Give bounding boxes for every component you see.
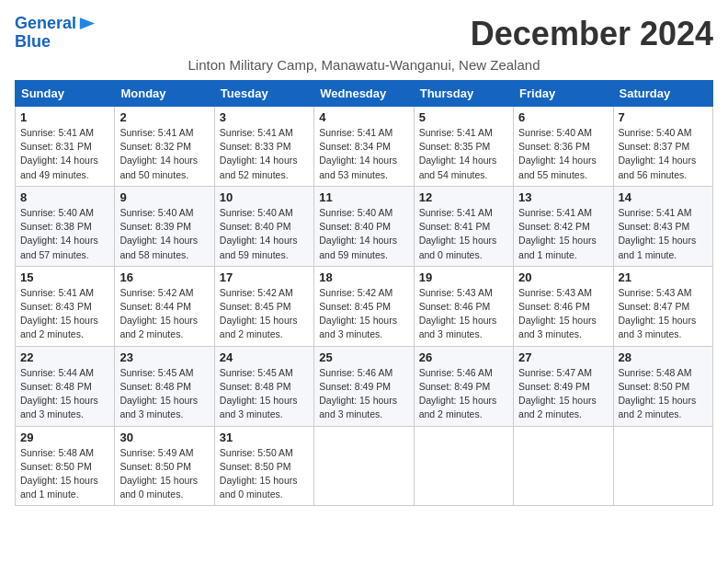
calendar-day-header: Monday bbox=[115, 81, 214, 107]
calendar-cell: 7Sunrise: 5:40 AM Sunset: 8:37 PM Daylig… bbox=[613, 107, 712, 187]
day-number: 6 bbox=[518, 110, 608, 124]
day-number: 25 bbox=[319, 350, 408, 364]
day-info: Sunrise: 5:41 AM Sunset: 8:42 PM Dayligh… bbox=[518, 206, 608, 262]
day-info: Sunrise: 5:43 AM Sunset: 8:46 PM Dayligh… bbox=[419, 286, 508, 342]
calendar-cell: 14Sunrise: 5:41 AM Sunset: 8:43 PM Dayli… bbox=[613, 186, 712, 266]
day-info: Sunrise: 5:46 AM Sunset: 8:49 PM Dayligh… bbox=[319, 366, 408, 422]
calendar-cell: 26Sunrise: 5:46 AM Sunset: 8:49 PM Dayli… bbox=[414, 346, 513, 426]
calendar-week-row: 8Sunrise: 5:40 AM Sunset: 8:38 PM Daylig… bbox=[16, 186, 713, 266]
day-number: 27 bbox=[518, 350, 608, 364]
calendar-cell: 21Sunrise: 5:43 AM Sunset: 8:47 PM Dayli… bbox=[613, 266, 712, 346]
calendar-cell: 20Sunrise: 5:43 AM Sunset: 8:46 PM Dayli… bbox=[514, 266, 613, 346]
day-info: Sunrise: 5:43 AM Sunset: 8:46 PM Dayligh… bbox=[518, 286, 608, 342]
day-number: 9 bbox=[119, 190, 209, 204]
calendar-cell: 5Sunrise: 5:41 AM Sunset: 8:35 PM Daylig… bbox=[414, 107, 513, 187]
day-number: 1 bbox=[20, 110, 109, 124]
calendar-day-header: Tuesday bbox=[214, 81, 313, 107]
day-info: Sunrise: 5:50 AM Sunset: 8:50 PM Dayligh… bbox=[220, 446, 309, 502]
calendar-cell: 27Sunrise: 5:47 AM Sunset: 8:49 PM Dayli… bbox=[514, 346, 613, 426]
calendar-cell: 3Sunrise: 5:41 AM Sunset: 8:33 PM Daylig… bbox=[214, 107, 313, 187]
calendar-day-header: Sunday bbox=[16, 81, 115, 107]
day-info: Sunrise: 5:42 AM Sunset: 8:44 PM Dayligh… bbox=[119, 286, 209, 342]
calendar-cell: 29Sunrise: 5:48 AM Sunset: 8:50 PM Dayli… bbox=[16, 426, 115, 506]
calendar-cell: 25Sunrise: 5:46 AM Sunset: 8:49 PM Dayli… bbox=[314, 346, 414, 426]
calendar-cell bbox=[414, 426, 513, 506]
calendar-day-header: Friday bbox=[514, 81, 613, 107]
calendar-day-header: Saturday bbox=[613, 81, 712, 107]
day-info: Sunrise: 5:40 AM Sunset: 8:40 PM Dayligh… bbox=[319, 206, 408, 262]
day-info: Sunrise: 5:43 AM Sunset: 8:47 PM Dayligh… bbox=[619, 286, 708, 342]
day-number: 30 bbox=[119, 431, 209, 444]
calendar-cell: 13Sunrise: 5:41 AM Sunset: 8:42 PM Dayli… bbox=[514, 186, 613, 266]
day-number: 26 bbox=[419, 350, 508, 364]
calendar-header-row: SundayMondayTuesdayWednesdayThursdayFrid… bbox=[16, 81, 713, 107]
day-info: Sunrise: 5:41 AM Sunset: 8:35 PM Dayligh… bbox=[419, 126, 508, 182]
calendar-cell: 18Sunrise: 5:42 AM Sunset: 8:45 PM Dayli… bbox=[314, 266, 414, 346]
calendar-day-header: Wednesday bbox=[314, 81, 414, 107]
day-number: 11 bbox=[319, 190, 408, 204]
day-info: Sunrise: 5:40 AM Sunset: 8:36 PM Dayligh… bbox=[518, 126, 608, 182]
calendar-week-row: 15Sunrise: 5:41 AM Sunset: 8:43 PM Dayli… bbox=[16, 266, 713, 346]
day-number: 18 bbox=[319, 270, 408, 284]
day-info: Sunrise: 5:42 AM Sunset: 8:45 PM Dayligh… bbox=[319, 286, 408, 342]
calendar-week-row: 22Sunrise: 5:44 AM Sunset: 8:48 PM Dayli… bbox=[16, 346, 713, 426]
calendar-cell: 6Sunrise: 5:40 AM Sunset: 8:36 PM Daylig… bbox=[514, 107, 613, 187]
month-title: December 2024 bbox=[471, 15, 713, 53]
day-number: 24 bbox=[220, 350, 309, 364]
day-info: Sunrise: 5:49 AM Sunset: 8:50 PM Dayligh… bbox=[119, 446, 209, 502]
day-number: 21 bbox=[619, 270, 708, 284]
day-number: 10 bbox=[220, 190, 309, 204]
calendar-cell bbox=[613, 426, 712, 506]
day-info: Sunrise: 5:48 AM Sunset: 8:50 PM Dayligh… bbox=[20, 446, 109, 502]
calendar-cell bbox=[514, 426, 613, 506]
day-info: Sunrise: 5:47 AM Sunset: 8:49 PM Dayligh… bbox=[518, 366, 608, 422]
day-info: Sunrise: 5:42 AM Sunset: 8:45 PM Dayligh… bbox=[220, 286, 309, 342]
calendar-cell: 30Sunrise: 5:49 AM Sunset: 8:50 PM Dayli… bbox=[115, 426, 214, 506]
day-info: Sunrise: 5:40 AM Sunset: 8:37 PM Dayligh… bbox=[619, 126, 708, 182]
calendar-cell: 2Sunrise: 5:41 AM Sunset: 8:32 PM Daylig… bbox=[115, 107, 214, 187]
day-number: 14 bbox=[619, 190, 708, 204]
day-info: Sunrise: 5:41 AM Sunset: 8:43 PM Dayligh… bbox=[619, 206, 708, 262]
day-number: 7 bbox=[619, 110, 708, 124]
calendar-cell: 9Sunrise: 5:40 AM Sunset: 8:39 PM Daylig… bbox=[115, 186, 214, 266]
day-info: Sunrise: 5:48 AM Sunset: 8:50 PM Dayligh… bbox=[619, 366, 708, 422]
day-info: Sunrise: 5:41 AM Sunset: 8:41 PM Dayligh… bbox=[419, 206, 508, 262]
logo-text: General bbox=[15, 15, 76, 33]
calendar-cell: 22Sunrise: 5:44 AM Sunset: 8:48 PM Dayli… bbox=[16, 346, 115, 426]
day-info: Sunrise: 5:40 AM Sunset: 8:39 PM Dayligh… bbox=[119, 206, 209, 262]
calendar-cell: 19Sunrise: 5:43 AM Sunset: 8:46 PM Dayli… bbox=[414, 266, 513, 346]
day-info: Sunrise: 5:45 AM Sunset: 8:48 PM Dayligh… bbox=[220, 366, 309, 422]
day-number: 13 bbox=[518, 190, 608, 204]
day-number: 3 bbox=[220, 110, 309, 124]
day-info: Sunrise: 5:40 AM Sunset: 8:38 PM Dayligh… bbox=[20, 206, 109, 262]
calendar-cell bbox=[314, 426, 414, 506]
day-number: 23 bbox=[119, 350, 209, 364]
calendar-week-row: 1Sunrise: 5:41 AM Sunset: 8:31 PM Daylig… bbox=[16, 107, 713, 187]
calendar-cell: 11Sunrise: 5:40 AM Sunset: 8:40 PM Dayli… bbox=[314, 186, 414, 266]
day-number: 16 bbox=[119, 270, 209, 284]
calendar-cell: 31Sunrise: 5:50 AM Sunset: 8:50 PM Dayli… bbox=[214, 426, 313, 506]
calendar-body: 1Sunrise: 5:41 AM Sunset: 8:31 PM Daylig… bbox=[16, 107, 713, 506]
svg-marker-0 bbox=[80, 17, 95, 29]
day-number: 19 bbox=[419, 270, 508, 284]
calendar-cell: 8Sunrise: 5:40 AM Sunset: 8:38 PM Daylig… bbox=[16, 186, 115, 266]
calendar-cell: 24Sunrise: 5:45 AM Sunset: 8:48 PM Dayli… bbox=[214, 346, 313, 426]
day-info: Sunrise: 5:40 AM Sunset: 8:40 PM Dayligh… bbox=[220, 206, 309, 262]
day-number: 22 bbox=[20, 350, 109, 364]
day-number: 5 bbox=[419, 110, 508, 124]
calendar-day-header: Thursday bbox=[414, 81, 513, 107]
day-info: Sunrise: 5:44 AM Sunset: 8:48 PM Dayligh… bbox=[20, 366, 109, 422]
calendar-cell: 15Sunrise: 5:41 AM Sunset: 8:43 PM Dayli… bbox=[16, 266, 115, 346]
day-number: 20 bbox=[518, 270, 608, 284]
day-info: Sunrise: 5:41 AM Sunset: 8:31 PM Dayligh… bbox=[20, 126, 109, 182]
day-info: Sunrise: 5:41 AM Sunset: 8:32 PM Dayligh… bbox=[119, 126, 209, 182]
calendar-cell: 1Sunrise: 5:41 AM Sunset: 8:31 PM Daylig… bbox=[16, 107, 115, 187]
calendar-cell: 4Sunrise: 5:41 AM Sunset: 8:34 PM Daylig… bbox=[314, 107, 414, 187]
calendar-week-row: 29Sunrise: 5:48 AM Sunset: 8:50 PM Dayli… bbox=[16, 426, 713, 506]
calendar-cell: 16Sunrise: 5:42 AM Sunset: 8:44 PM Dayli… bbox=[115, 266, 214, 346]
calendar-cell: 28Sunrise: 5:48 AM Sunset: 8:50 PM Dayli… bbox=[613, 346, 712, 426]
calendar-cell: 23Sunrise: 5:45 AM Sunset: 8:48 PM Dayli… bbox=[115, 346, 214, 426]
day-info: Sunrise: 5:41 AM Sunset: 8:33 PM Dayligh… bbox=[220, 126, 309, 182]
day-info: Sunrise: 5:46 AM Sunset: 8:49 PM Dayligh… bbox=[419, 366, 508, 422]
day-number: 28 bbox=[619, 350, 708, 364]
